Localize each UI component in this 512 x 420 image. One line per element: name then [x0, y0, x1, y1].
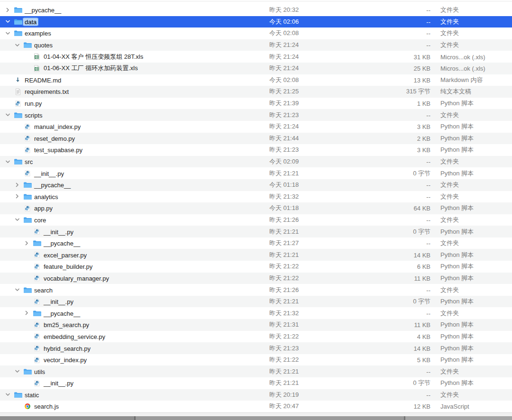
file-row[interactable]: hybrid_search.py 昨天 21:23 14 KB Python 脚… [0, 342, 512, 354]
file-kind: Python 脚本 [440, 146, 474, 154]
file-kind: Python 脚本 [440, 134, 474, 143]
file-row[interactable]: __init__.py 昨天 21:21 0 字节 Python 脚本 [0, 226, 512, 237]
file-row[interactable]: app.py 今天 01:18 64 KB Python 脚本 [0, 202, 512, 214]
file-row[interactable]: embedding_service.py 昨天 21:22 4 KB Pytho… [0, 331, 512, 343]
file-icon-box [32, 309, 41, 318]
file-row[interactable]: __init__.py 昨天 21:21 0 字节 Python 脚本 [0, 167, 512, 179]
date-modified: 昨天 21:23 [269, 344, 299, 353]
chevron-right-icon[interactable] [24, 240, 29, 246]
chevron-down-icon[interactable] [5, 392, 10, 398]
file-name: app.py [34, 205, 53, 212]
date-modified: 昨天 21:44 [269, 134, 299, 143]
file-kind: 文件夹 [440, 391, 459, 399]
chevron-down-icon[interactable] [14, 217, 20, 223]
chevron-right-icon[interactable] [24, 310, 29, 316]
date-modified: 昨天 21:22 [269, 332, 299, 341]
file-name: __init__.py [44, 380, 73, 387]
file-row[interactable]: __init__.py 昨天 21:21 0 字节 Python 脚本 [0, 377, 512, 389]
file-row[interactable]: test_supabase.py 昨天 21:23 3 KB Python 脚本 [0, 144, 512, 156]
file-kind: Markdown 内容 [440, 76, 483, 84]
window-bottom-edge [0, 412, 512, 416]
folder-icon [23, 182, 32, 188]
file-icon-box [23, 204, 32, 212]
chevron-right-icon[interactable] [14, 194, 20, 200]
file-row[interactable]: feature_builder.py 昨天 21:22 6 KB Python … [0, 261, 512, 273]
file-row[interactable]: scripts 昨天 21:23 -- 文件夹 [0, 109, 512, 121]
file-kind: Python 脚本 [440, 204, 474, 212]
file-row[interactable]: __init__.py 昨天 21:21 0 字节 Python 脚本 [0, 296, 512, 308]
chevron-down-icon[interactable] [5, 159, 10, 164]
folder-icon [23, 42, 32, 48]
python-file-icon [34, 356, 40, 364]
file-row[interactable]: core 昨天 21:26 -- 文件夹 [0, 214, 512, 226]
file-name: search.js [34, 403, 59, 410]
file-name: data [25, 18, 38, 25]
file-kind: Python 脚本 [440, 332, 474, 341]
file-row[interactable]: requirements.txt 昨天 21:25 315 字节 纯文本文稿 [0, 86, 512, 98]
folder-icon [14, 18, 22, 25]
file-row[interactable]: vocabulary_manager.py 昨天 21:22 11 KB Pyt… [0, 273, 512, 284]
file-size: 2 KB [417, 135, 430, 142]
file-row[interactable]: excel_parser.py 昨天 21:21 14 KB Python 脚本 [0, 249, 512, 261]
file-name: requirements.txt [25, 88, 69, 95]
file-name: __pycache__ [44, 240, 80, 247]
file-name: __init__.py [44, 228, 73, 235]
file-row[interactable]: analytics 昨天 21:32 -- 文件夹 [0, 191, 512, 203]
file-row[interactable]: 01-06-XX 工厂 循环水加药装置.xls 昨天 21:24 25 KB M… [0, 63, 512, 74]
file-row[interactable]: search 昨天 21:26 -- 文件夹 [0, 284, 512, 296]
date-modified: 昨天 21:24 [269, 64, 299, 73]
file-row[interactable]: examples 今天 02:08 -- 文件夹 [0, 27, 512, 39]
file-size: -- [426, 42, 430, 49]
file-row[interactable]: run.py 昨天 21:39 1 KB Python 脚本 [0, 98, 512, 110]
file-icon-box [32, 344, 41, 353]
chevron-down-icon[interactable] [5, 112, 10, 118]
file-row[interactable]: bm25_search.py 昨天 21:31 11 KB Python 脚本 [0, 319, 512, 331]
chevron-down-icon[interactable] [14, 42, 20, 48]
file-size: 12 KB [414, 403, 430, 410]
rename-field[interactable]: data [23, 18, 38, 26]
file-row[interactable]: __pycache__ 今天 01:18 -- 文件夹 [0, 179, 512, 191]
file-row[interactable]: __pycache__ 昨天 21:32 -- 文件夹 [0, 307, 512, 319]
python-file-icon [24, 123, 31, 130]
chevron-down-icon[interactable] [5, 30, 10, 36]
file-row[interactable]: utils 昨天 21:21 -- 文件夹 [0, 365, 512, 377]
file-row[interactable]: README.md 今天 02:08 13 KB Markdown 内容 [0, 74, 512, 86]
date-modified: 昨天 20:32 [269, 6, 299, 14]
file-name: src [25, 158, 33, 165]
chevron-down-icon[interactable] [5, 19, 10, 25]
file-size: 3 KB [417, 146, 430, 154]
date-modified: 昨天 21:31 [269, 320, 299, 329]
file-kind: 文件夹 [440, 111, 459, 119]
file-row[interactable]: __pycache__ 昨天 21:27 -- 文件夹 [0, 237, 512, 249]
chevron-down-icon[interactable] [14, 369, 20, 374]
file-icon-box [32, 251, 41, 259]
chevron-right-icon[interactable] [14, 182, 20, 188]
python-file-icon [24, 146, 31, 154]
file-name: bm25_search.py [44, 321, 89, 329]
file-row[interactable]: 01-04-XX 客户 恒压变频泵组 28T.xls 昨天 21:24 31 K… [0, 51, 512, 63]
python-file-icon [34, 228, 40, 235]
file-row[interactable]: __pycache__ 昨天 20:32 -- 文件夹 [0, 4, 512, 16]
file-kind: Python 脚本 [440, 297, 474, 306]
python-file-icon [34, 274, 40, 282]
file-icon-box [23, 286, 32, 294]
file-kind: Micros...ok (.xls) [440, 65, 485, 72]
file-row[interactable]: static 昨天 20:19 -- 文件夹 [0, 389, 512, 401]
chevron-down-icon[interactable] [14, 287, 20, 293]
file-size: -- [426, 240, 430, 247]
file-row[interactable]: reset_demo.py 昨天 21:44 2 KB Python 脚本 [0, 133, 512, 145]
file-row[interactable]: quotes 昨天 21:24 -- 文件夹 [0, 39, 512, 51]
file-icon-box [23, 169, 32, 178]
file-row[interactable]: data 今天 02:06 -- 文件夹 [0, 16, 512, 28]
file-row[interactable]: src 今天 02:09 -- 文件夹 [0, 156, 512, 168]
file-row[interactable]: manual_index.py 昨天 21:24 3 KB Python 脚本 [0, 121, 512, 133]
file-size: -- [426, 182, 430, 189]
date-modified: 昨天 20:47 [269, 402, 299, 411]
chevron-right-icon[interactable] [5, 7, 10, 13]
file-kind: 纯文本文稿 [440, 87, 471, 96]
file-kind: Python 脚本 [440, 169, 474, 178]
file-row[interactable]: search.js 昨天 20:47 12 KB JavaScript [0, 401, 512, 412]
file-row[interactable]: vector_index.py 昨天 21:22 5 KB Python 脚本 [0, 354, 512, 366]
file-name: 01-04-XX 客户 恒压变频泵组 28T.xls [44, 53, 143, 61]
file-size: 13 KB [414, 76, 430, 83]
